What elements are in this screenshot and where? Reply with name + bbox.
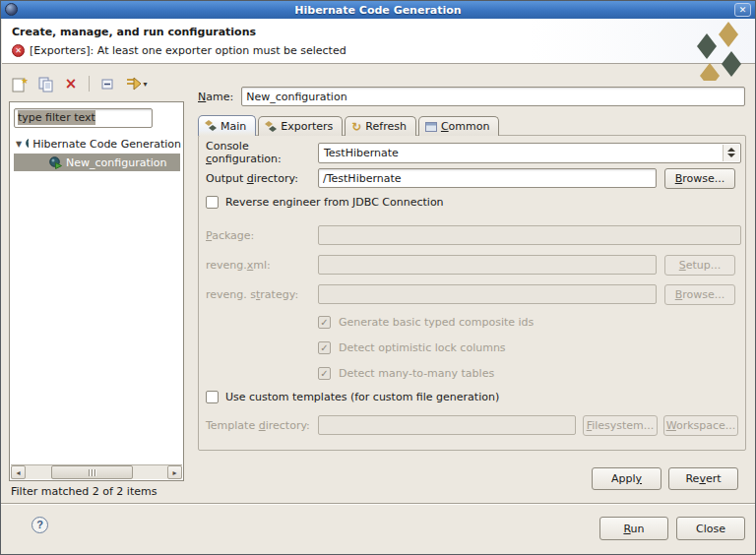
- grip-line: [94, 469, 95, 476]
- browse-strategy-button: Browse...: [664, 284, 735, 305]
- dropdown-arrow-icon: ▾: [143, 80, 147, 89]
- dialog-banner: Create, manage, and run configurations ✕…: [2, 19, 756, 64]
- setup-button: Setup...: [664, 255, 735, 276]
- hibernate-logo: [691, 20, 748, 81]
- apply-button[interactable]: Apply: [592, 467, 662, 490]
- hibernate-tab-icon: [265, 121, 277, 133]
- option-row: ✓ Detect optimistic lock columns: [318, 341, 506, 354]
- arrow-down-icon: [727, 154, 735, 157]
- star-glyph: ★: [21, 76, 28, 86]
- grip-line: [89, 469, 90, 476]
- scrollbar-track[interactable]: [26, 465, 167, 479]
- filter-input[interactable]: type filter text: [14, 108, 153, 128]
- template-directory-label: Template directory:: [206, 419, 318, 432]
- tab-common[interactable]: Common: [418, 116, 500, 136]
- tab-main-label: Main: [220, 120, 246, 133]
- reveng-xml-input: [318, 255, 657, 275]
- tab-bar: Main Exporters ↻ Refresh Common: [198, 115, 501, 136]
- name-input[interactable]: [241, 87, 745, 106]
- tree-root-label: Hibernate Code Generation: [32, 138, 181, 151]
- run-button[interactable]: Run: [599, 517, 668, 540]
- delete-icon: ×: [65, 77, 78, 91]
- custom-templates-row: Use custom templates (for custom file ge…: [206, 391, 499, 403]
- detect-optimistic-lock-checkbox: ✓: [318, 341, 331, 354]
- package-input: [318, 225, 741, 245]
- collapse-all-icon: [100, 77, 115, 92]
- titlebar: Hibernate Code Generation ✕: [1, 1, 755, 19]
- template-directory-input: [318, 415, 576, 435]
- copy-icon: [37, 76, 54, 92]
- name-label: Name:: [198, 91, 233, 103]
- new-configuration-button[interactable]: ★: [9, 73, 31, 94]
- tab-exporters-label: Exporters: [281, 120, 333, 133]
- configuration-icon: [49, 156, 62, 169]
- scrollbar-thumb[interactable]: [51, 465, 134, 479]
- combo-spinner-icon[interactable]: [723, 145, 739, 161]
- tree-horizontal-scrollbar[interactable]: ◂ ▸: [11, 464, 182, 479]
- error-icon: ✕: [12, 44, 25, 57]
- reveng-xml-label: reveng.xml:: [206, 259, 318, 272]
- generate-composite-ids-checkbox: ✓: [318, 316, 331, 329]
- run-configuration-type-icon: [26, 138, 29, 151]
- banner-title: Create, manage, and run configurations: [12, 26, 256, 38]
- console-configuration-combo[interactable]: TestHibernate: [318, 143, 741, 163]
- hibernate-code-generation-dialog: Hibernate Code Generation ✕ Create, mana…: [0, 0, 756, 555]
- duplicate-configuration-button[interactable]: [34, 73, 56, 94]
- tab-common-label: Common: [441, 120, 490, 133]
- package-label: Package:: [206, 229, 318, 242]
- filter-launch-configurations-button[interactable]: ▾: [122, 73, 152, 94]
- detect-many-to-many-checkbox: ✓: [318, 367, 331, 380]
- scroll-left-icon[interactable]: ◂: [11, 465, 26, 479]
- reveng-strategy-input: [318, 284, 657, 304]
- reverse-engineer-label: Reverse engineer from JDBC Connection: [225, 196, 444, 209]
- toolbar-separator: [89, 76, 90, 92]
- footer-separator: [1, 503, 756, 505]
- filter-match-status: Filter matched 2 of 2 items: [11, 485, 157, 498]
- delete-configuration-button[interactable]: ×: [60, 73, 82, 94]
- window-title: Hibernate Code Generation: [1, 4, 755, 17]
- tab-refresh-label: Refresh: [365, 120, 407, 133]
- option-row: ✓ Generate basic typed composite ids: [318, 316, 534, 329]
- console-configuration-label: Console configuration:: [206, 140, 318, 165]
- refresh-icon: ↻: [351, 122, 361, 132]
- tab-main[interactable]: Main: [198, 115, 256, 136]
- console-configuration-value: TestHibernate: [324, 147, 399, 159]
- browse-output-button[interactable]: Browse...: [664, 168, 735, 189]
- use-custom-templates-label: Use custom templates (for custom file ge…: [225, 391, 499, 403]
- tree-item-new-configuration[interactable]: New_configuration: [14, 154, 180, 171]
- error-message: [Exporters]: At least one exporter optio…: [30, 44, 346, 57]
- configurations-tree-panel: type filter text ▼ Hibernate Code Genera…: [9, 101, 184, 481]
- output-directory-input[interactable]: [318, 168, 657, 188]
- error-row: ✕ [Exporters]: At least one exporter opt…: [12, 44, 346, 57]
- help-icon[interactable]: ?: [32, 517, 48, 533]
- detect-optimistic-lock-label: Detect optimistic lock columns: [339, 341, 506, 354]
- workspace-button: Workspace...: [663, 415, 738, 436]
- reverse-engineer-checkbox[interactable]: [206, 196, 219, 209]
- window-icon: [5, 3, 18, 16]
- new-document-icon: ★: [12, 76, 28, 92]
- reveng-strategy-label: reveng. strategy:: [206, 288, 318, 301]
- tree-item-hibernate-code-generation[interactable]: ▼ Hibernate Code Generation: [12, 135, 181, 153]
- close-icon[interactable]: ✕: [734, 3, 751, 17]
- filter-icon: [126, 77, 142, 91]
- filter-input-text: type filter text: [18, 110, 95, 125]
- collapse-all-button[interactable]: [96, 73, 118, 94]
- use-custom-templates-checkbox[interactable]: [206, 391, 219, 403]
- output-directory-label: Output directory:: [206, 172, 318, 185]
- tab-exporters[interactable]: Exporters: [258, 116, 343, 136]
- common-tab-icon: [425, 122, 437, 132]
- jdbc-checkbox-row: Reverse engineer from JDBC Connection: [206, 196, 444, 209]
- tab-refresh[interactable]: ↻ Refresh: [345, 116, 416, 136]
- grip-line: [92, 469, 93, 476]
- hibernate-tab-icon: [205, 120, 217, 132]
- detect-many-to-many-label: Detect many-to-many tables: [339, 367, 494, 380]
- close-button[interactable]: Close: [676, 517, 745, 540]
- option-row: ✓ Detect many-to-many tables: [318, 367, 494, 380]
- configurations-toolbar: ★ ×: [9, 72, 152, 95]
- filesystem-button: Filesystem...: [583, 415, 658, 436]
- generate-composite-ids-label: Generate basic typed composite ids: [339, 316, 534, 329]
- arrow-up-icon: [727, 148, 735, 152]
- scroll-right-icon[interactable]: ▸: [167, 465, 182, 479]
- expander-icon[interactable]: ▼: [16, 140, 22, 149]
- revert-button[interactable]: Revert: [668, 467, 738, 490]
